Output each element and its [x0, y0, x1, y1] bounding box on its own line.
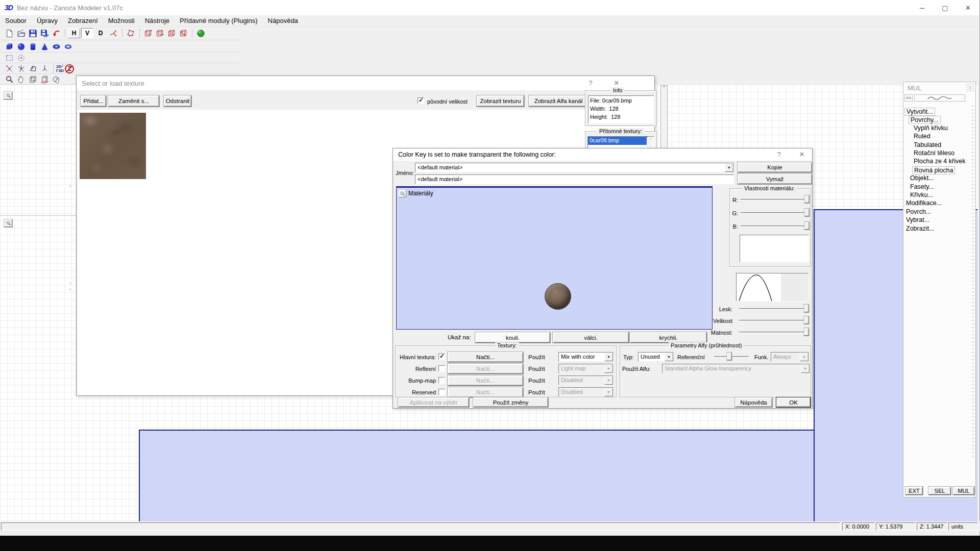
- show-texture-button[interactable]: Zobrazit texturu: [477, 95, 524, 107]
- menu-item-n-pov-da[interactable]: Nápověda: [263, 16, 303, 26]
- copy-button[interactable]: Kopie: [738, 162, 812, 172]
- texture-row-checkbox[interactable]: [438, 365, 445, 372]
- material-preview-sphere[interactable]: [545, 283, 571, 310]
- lasso-select-icon[interactable]: [125, 28, 137, 39]
- panel-item-povrch[interactable]: Povrch...: [904, 208, 933, 215]
- primitive-ring-icon[interactable]: [62, 41, 74, 52]
- help-icon[interactable]: ?: [774, 151, 784, 158]
- new-file-icon[interactable]: [4, 28, 15, 39]
- primitive-cube-icon[interactable]: [4, 41, 15, 52]
- panel-item-modifikace[interactable]: Modifikace...: [904, 199, 943, 207]
- toggle-horizontal-button[interactable]: H: [68, 28, 80, 38]
- panel-item-fasety[interactable]: Fasety...: [909, 183, 936, 190]
- panel-item-kivku[interactable]: Křivku...: [909, 191, 935, 198]
- texture-row-checkbox[interactable]: [438, 377, 445, 384]
- panel-item-vyplkivku[interactable]: Vyplň křivku: [912, 124, 949, 132]
- primitive-cone-icon[interactable]: [39, 41, 51, 52]
- vertex-star-icon[interactable]: [15, 63, 27, 74]
- panel-item-ruled[interactable]: Ruled: [912, 133, 932, 140]
- primitive-cylinder-icon[interactable]: [27, 41, 39, 52]
- scroll-arrow-icon[interactable]: ›: [69, 287, 71, 292]
- texture-dialog-title-bar[interactable]: Select or load texture: [77, 76, 654, 90]
- material-name-input[interactable]: <default material>: [415, 174, 734, 184]
- menu-item-n-stroje[interactable]: Nástroje: [140, 16, 175, 26]
- texture-row-checkbox[interactable]: [438, 354, 445, 360]
- axes-icon[interactable]: [108, 28, 119, 39]
- rect-select-icon[interactable]: [4, 53, 15, 63]
- maximize-button[interactable]: ▢: [934, 0, 957, 15]
- chevron-down-icon[interactable]: ▼: [604, 353, 613, 361]
- texture-thumbnail[interactable]: [80, 113, 146, 179]
- scroll-arrow-icon[interactable]: ›: [69, 184, 71, 189]
- open-file-icon[interactable]: [15, 28, 27, 39]
- show-alpha-button[interactable]: Zobrazit Alfa kanál: [529, 95, 588, 107]
- panel-collapse-button[interactable]: <>: [904, 94, 913, 102]
- menu-item--pravy[interactable]: Úpravy: [32, 16, 63, 26]
- close-button[interactable]: ✕: [957, 0, 979, 15]
- materials-panel[interactable]: Materiály: [396, 186, 713, 330]
- matnost-slider[interactable]: [738, 328, 808, 336]
- b-slider[interactable]: [740, 222, 809, 230]
- scroll-arrow-icon[interactable]: ›: [69, 281, 71, 286]
- velikost-slider[interactable]: [738, 316, 808, 324]
- minimize-button[interactable]: ─: [911, 0, 934, 15]
- panel-item-rovnplocha[interactable]: Rovná plocha: [912, 166, 955, 174]
- view-config-2-icon[interactable]: [154, 28, 166, 39]
- ok-button[interactable]: OK: [776, 397, 811, 407]
- undo-icon[interactable]: [51, 28, 62, 39]
- panel-ext-button[interactable]: EXT: [905, 487, 923, 495]
- primitive-torus-icon[interactable]: [51, 41, 62, 52]
- texture-row-checkbox[interactable]: [438, 389, 445, 395]
- alpha-type-dropdown[interactable]: Unused ▼: [638, 352, 674, 362]
- load-texture-button[interactable]: Načti...: [448, 364, 523, 374]
- pan-icon[interactable]: [15, 74, 27, 85]
- g-slider[interactable]: [740, 209, 809, 217]
- show-on-krychli[interactable]: krychli.: [630, 332, 707, 343]
- panel-scrollbar[interactable]: [972, 106, 974, 458]
- show-on-kouli[interactable]: kouli.: [475, 332, 550, 343]
- save-icon[interactable]: [27, 28, 39, 39]
- panel-sel-button[interactable]: SEL: [928, 487, 951, 495]
- apply-changes-button[interactable]: Použít změny: [473, 397, 548, 407]
- toggle-vertical-button[interactable]: V: [81, 28, 93, 38]
- close-icon[interactable]: ✕: [611, 79, 622, 87]
- panel-item-vytvoit[interactable]: Vytvořit...: [904, 108, 935, 116]
- texture-list-item[interactable]: 0car09.bmp: [588, 137, 648, 145]
- view-config-3-icon[interactable]: [166, 28, 178, 39]
- zoom-icon[interactable]: [4, 74, 15, 85]
- vertex-poly-icon[interactable]: [27, 63, 39, 74]
- rotate-view-icon[interactable]: [39, 74, 51, 85]
- box-view-icon[interactable]: [27, 74, 39, 85]
- material-combo[interactable]: <default material> ▼: [415, 163, 734, 172]
- panel-close-icon[interactable]: x: [966, 84, 974, 91]
- panel-item-povrchy[interactable]: Povrchy...: [909, 116, 941, 124]
- toggle-depth-button[interactable]: D: [94, 28, 107, 38]
- menu-item-p-davn-moduly-plugins-[interactable]: Přídavné moduly (Plugins): [175, 16, 262, 26]
- menu-item-soubor[interactable]: Soubor: [0, 16, 32, 26]
- primitive-sphere-icon[interactable]: [15, 41, 27, 52]
- alpha-ref-slider[interactable]: [713, 353, 750, 361]
- load-texture-button[interactable]: Načti...: [448, 387, 523, 397]
- panel-item-tabulated[interactable]: Tabulated: [912, 141, 943, 148]
- panel-item-zobrazit[interactable]: Zobrazit...: [904, 225, 936, 232]
- chevron-down-icon[interactable]: ▼: [665, 353, 673, 361]
- help-icon[interactable]: ?: [585, 79, 596, 87]
- add-texture-button[interactable]: Přidat...: [81, 95, 106, 107]
- load-texture-button[interactable]: Načti...: [448, 375, 523, 386]
- menu-item-mo-nosti[interactable]: Možnosti: [103, 16, 140, 26]
- view-config-1-icon[interactable]: [142, 28, 154, 39]
- close-icon[interactable]: ✕: [797, 151, 807, 158]
- view-config-4-icon[interactable]: [178, 28, 189, 39]
- circle-select-icon[interactable]: [15, 53, 27, 63]
- weld-vertices-icon[interactable]: [4, 63, 15, 74]
- load-texture-button[interactable]: Načti...: [448, 352, 523, 362]
- menu-item-zobrazen-[interactable]: Zobrazení: [63, 16, 103, 26]
- mode-2d-3d-icon[interactable]: 2D┘Γ3D: [56, 65, 64, 73]
- original-size-checkbox[interactable]: [418, 97, 424, 104]
- panel-wave-button[interactable]: [914, 94, 965, 102]
- viewport-zoom-icon[interactable]: [4, 92, 12, 99]
- viewport-3d-bottom[interactable]: [139, 430, 814, 521]
- panel-item-vybrat[interactable]: Vybrat...: [904, 216, 931, 223]
- help-button[interactable]: Nápověda: [735, 397, 772, 407]
- axis-tripod-icon[interactable]: [39, 63, 51, 74]
